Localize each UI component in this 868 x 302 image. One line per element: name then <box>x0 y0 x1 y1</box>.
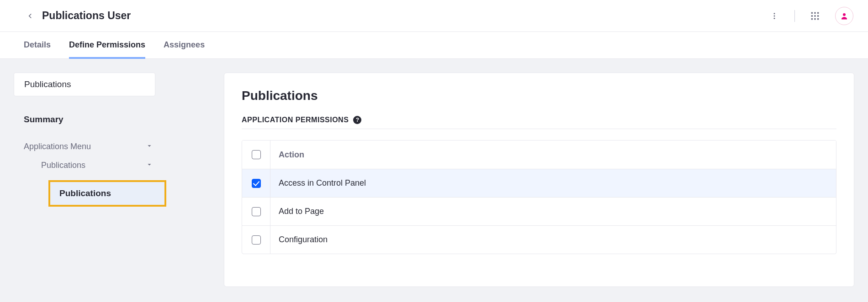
caret-down-icon <box>146 142 153 151</box>
sidebar-item-publications-group[interactable]: Publications <box>24 156 155 175</box>
apps-menu-button[interactable] <box>807 8 823 24</box>
permission-checkbox-access-control-panel[interactable] <box>252 179 261 188</box>
apps-grid-icon <box>810 11 820 21</box>
svg-point-0 <box>774 13 775 14</box>
permissions-panel: Publications Application Permissions ? A… <box>224 73 854 287</box>
svg-rect-5 <box>817 12 819 13</box>
user-icon <box>840 12 848 20</box>
row-checkbox-cell <box>242 169 270 197</box>
table-row: Add to Page <box>242 197 836 225</box>
svg-rect-9 <box>811 18 813 20</box>
page-title: Publications User <box>42 10 131 22</box>
svg-rect-4 <box>814 12 815 13</box>
sidebar-item-label: Publications <box>59 188 111 198</box>
help-icon[interactable]: ? <box>353 116 361 124</box>
sidebar: Publications Summary Applications Menu P… <box>14 73 155 207</box>
caret-down-icon <box>146 161 153 170</box>
permission-checkbox-configuration[interactable] <box>252 235 261 245</box>
sidebar-item-label: Publications <box>41 161 85 170</box>
topbar: Publications User <box>0 0 868 32</box>
content-area: Publications Summary Applications Menu P… <box>0 59 868 302</box>
topbar-actions <box>766 7 853 25</box>
options-menu-button[interactable] <box>766 8 783 24</box>
permission-checkbox-add-to-page[interactable] <box>252 207 261 216</box>
user-avatar-button[interactable] <box>835 7 853 25</box>
svg-rect-6 <box>811 15 813 16</box>
permissions-table: Action Access in Control Panel Add to Pa… <box>242 140 836 254</box>
svg-rect-7 <box>814 15 815 16</box>
tab-assignees[interactable]: Assignees <box>164 32 205 59</box>
table-header-row: Action <box>242 141 836 169</box>
sidebar-item-label: Applications Menu <box>24 142 91 151</box>
tab-define-permissions[interactable]: Define Permissions <box>69 32 145 59</box>
svg-rect-10 <box>814 18 815 20</box>
sidebar-item-publications-selected[interactable]: Publications <box>48 180 166 207</box>
tab-details[interactable]: Details <box>24 32 51 59</box>
select-all-checkbox[interactable] <box>252 150 261 159</box>
permission-label: Add to Page <box>270 207 324 216</box>
chevron-left-icon <box>26 12 34 20</box>
panel-title: Publications <box>242 89 836 103</box>
sidebar-search-card[interactable]: Publications <box>14 73 155 96</box>
divider <box>794 10 795 22</box>
sidebar-nav: Summary Applications Menu Publications P… <box>14 115 155 207</box>
select-all-cell <box>242 141 270 169</box>
svg-point-12 <box>843 13 846 16</box>
sidebar-item-applications-menu[interactable]: Applications Menu <box>24 137 155 156</box>
table-row: Configuration <box>242 225 836 254</box>
svg-rect-8 <box>817 15 819 16</box>
permission-label: Configuration <box>270 235 328 245</box>
kebab-icon <box>770 12 778 20</box>
row-checkbox-cell <box>242 198 270 225</box>
svg-rect-3 <box>811 12 813 13</box>
section-header-application-permissions: Application Permissions ? <box>242 116 836 129</box>
table-row: Access in Control Panel <box>242 169 836 197</box>
svg-rect-11 <box>817 18 819 20</box>
svg-point-1 <box>774 15 775 16</box>
row-checkbox-cell <box>242 226 270 254</box>
tab-bar: Details Define Permissions Assignees <box>0 32 868 59</box>
permission-label: Access in Control Panel <box>270 178 366 188</box>
sidebar-summary-heading: Summary <box>24 115 155 125</box>
svg-point-2 <box>774 17 775 19</box>
section-label: Application Permissions <box>242 116 349 124</box>
back-button[interactable] <box>22 8 38 24</box>
column-header-action: Action <box>270 150 304 160</box>
